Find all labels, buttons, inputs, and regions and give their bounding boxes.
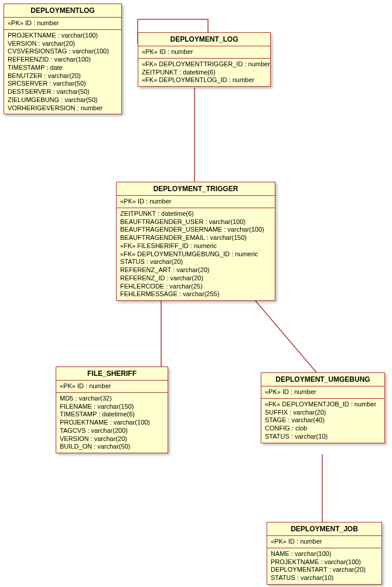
entity-body: MD5 : varchar(32) FILENAME : varchar(150… [56, 393, 168, 453]
entity-body: «FK» DEPLOYMENTJOB_ID : number SUFFIX : … [261, 399, 384, 443]
field-row: NAME : varchar(100) [271, 550, 378, 558]
pk-row: «PK» ID : number [60, 382, 164, 391]
field-row: STATUS : varchar(10) [271, 574, 378, 582]
field-row: FILENAME : varchar(150) [60, 403, 164, 411]
pk-row: «PK» ID : number [265, 388, 381, 396]
field-row: ZEITPUNKT : datetime(6) [120, 210, 271, 218]
field-row: DESTSERVER : varchar(50) [8, 88, 118, 96]
entity-title: DEPLOYMENTLOG [4, 4, 121, 18]
entity-title: DEPLOYMENT_JOB [267, 522, 381, 536]
field-row: TIMESTAMP : datetime(6) [60, 410, 164, 419]
field-row: BEAUFTRAGENDER_USERNAME : varchar(100) [120, 226, 271, 234]
field-row: ZIELUMGEBUNG : varchar(50) [8, 96, 118, 104]
field-row: FEHLERMESSAGE : varchar(255) [120, 290, 271, 298]
entity-title: DEPLOYMENT_LOG [138, 33, 270, 46]
field-row: «FK» DEPLOYMENTUMGEBUNG_ID : numeric [120, 250, 271, 259]
field-row: ZEITPUNKT : datetime(6) [142, 69, 267, 77]
field-row: STATUS : varchar(20) [120, 258, 271, 266]
field-row: REFERENZ_ID : varchar(20) [120, 274, 271, 283]
field-row: VERSION : varchar(20) [8, 40, 118, 48]
entity-deployment-trigger: DEPLOYMENT_TRIGGER «PK» ID : number ZEIT… [116, 182, 275, 301]
field-row: CVSVERSIONSTAG : varchar(100) [8, 47, 118, 56]
field-row: BEAUFTRAGENDER_USER : varchar(100) [120, 218, 271, 226]
pk-row: «PK» ID : number [8, 19, 118, 28]
field-row: TIMESTAMP : date [8, 64, 118, 72]
entity-deployment-log: DEPLOYMENT_LOG «PK» ID : number «FK» DEP… [138, 32, 271, 87]
entity-title: DEPLOYMENT_TRIGGER [117, 182, 275, 196]
entity-deployment-umgebung: DEPLOYMENT_UMGEBUNG «PK» ID : number «FK… [261, 372, 385, 443]
field-row: BENUTZER : varchar(20) [8, 72, 118, 80]
field-row: «FK» DEPLOYMENTLOG_ID : number [142, 76, 267, 84]
entity-title: FILE_SHERIFF [56, 367, 168, 381]
field-row: DEPLOYMENTART : varchar(20) [271, 566, 378, 574]
field-row: BEAUFTRAGENDER_EMAIL : varchar(150) [120, 234, 271, 242]
field-row: «FK» FILESHERIFF_ID : numeric [120, 242, 271, 250]
field-row: STATUS : varchar(10) [265, 433, 381, 441]
field-row: BUILD_ON : varchar(50) [60, 443, 164, 451]
field-row: SRCSERVER : varchar(50) [8, 80, 118, 88]
field-row: STAGE : varchar(40) [265, 416, 381, 425]
field-row: FEHLERCODE : varchar(25) [120, 283, 271, 291]
field-row: CONFIG : clob [265, 425, 381, 433]
field-row: «FK» DEPLOYMENTJOB_ID : number [265, 401, 381, 409]
entity-deployment-job: DEPLOYMENT_JOB «PK» ID : number NAME : v… [267, 522, 382, 585]
pk-row: «PK» ID : number [142, 48, 267, 56]
field-row: «FK» DEPLOYMENTTRIGGER_ID : number [142, 60, 267, 69]
field-row: MD5 : varchar(32) [60, 395, 164, 403]
field-row: VORHERIGEVERSION : number [8, 104, 118, 113]
field-row: SUFFIX : varchar(20) [265, 409, 381, 417]
field-row: TAGCVS : varchar(200) [60, 427, 164, 435]
entity-body: NAME : varchar(100) PROJEKTNAME : varcha… [267, 548, 381, 584]
field-row: REFERENZID : varchar(100) [8, 56, 118, 64]
field-row: PROJEKTNAME : varchar(100) [8, 32, 118, 40]
pk-row: «PK» ID : number [271, 538, 378, 546]
entity-body: PROJEKTNAME : varchar(100) VERSION : var… [4, 30, 121, 114]
field-row: REFERENZ_ART : varchar(20) [120, 266, 271, 274]
entity-body: «FK» DEPLOYMENTTRIGGER_ID : number ZEITP… [138, 59, 270, 86]
svg-line-2 [249, 293, 316, 372]
entity-body: ZEITPUNKT : datetime(6) BEAUFTRAGENDER_U… [117, 208, 275, 300]
entity-title: DEPLOYMENT_UMGEBUNG [261, 373, 384, 386]
field-row: PROJEKTNAME : varchar(100) [60, 419, 164, 427]
entity-deploymentlog: DEPLOYMENTLOG «PK» ID : number PROJEKTNA… [4, 4, 122, 114]
pk-row: «PK» ID : number [120, 198, 271, 206]
field-row: PROJEKTNAME : varchar(100) [271, 558, 378, 566]
entity-file-sheriff: FILE_SHERIFF «PK» ID : number MD5 : varc… [56, 367, 168, 453]
field-row: VERSION : varchar(20) [60, 435, 164, 443]
